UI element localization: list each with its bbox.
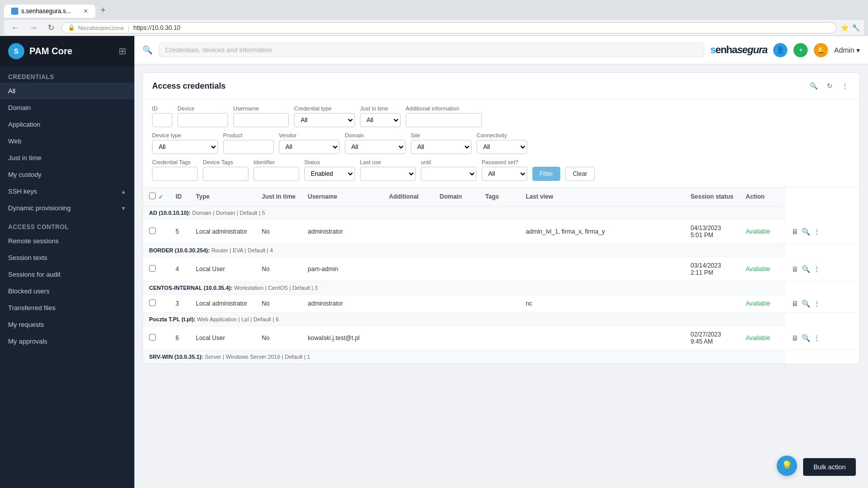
username-input[interactable]	[233, 113, 289, 127]
devtype-select[interactable]: All	[152, 140, 218, 154]
pwdset-select[interactable]: All	[482, 167, 527, 181]
devtags-input[interactable]	[203, 167, 248, 181]
th-username: Username	[302, 187, 383, 206]
sidebar-item-remote-sessions[interactable]: Remote sessions	[0, 233, 134, 249]
row-domain	[433, 257, 479, 281]
key-icon[interactable]: 🔍	[802, 299, 810, 308]
more-row-icon[interactable]: ⋮	[813, 334, 820, 342]
row-checkbox[interactable]	[149, 334, 156, 341]
browser-ext-2[interactable]: 🔧	[852, 24, 860, 31]
group-header-row: SRV-WIN (10.0.35.1): Server | Windows Se…	[143, 350, 859, 364]
more-row-icon[interactable]: ⋮	[813, 265, 820, 273]
site-select[interactable]: All	[411, 140, 472, 154]
key-icon[interactable]: 🔍	[802, 265, 810, 273]
sidebar-item-transferred-files[interactable]: Transferred files	[0, 299, 134, 316]
domain-filter-select[interactable]: All	[345, 140, 406, 154]
browser-ext-1[interactable]: ⭐	[841, 24, 849, 31]
sidebar-item-ssh-keys[interactable]: SSH keys ▲	[0, 183, 134, 200]
topbar: 🔍 Credentials, devices and information s…	[134, 36, 868, 64]
select-all-checkbox[interactable]	[149, 193, 156, 199]
row-checkbox[interactable]	[149, 265, 156, 272]
more-action-icon[interactable]: ⋮	[840, 80, 850, 92]
product-input[interactable]	[223, 140, 274, 154]
admin-menu[interactable]: Admin ▾	[834, 46, 860, 54]
new-tab-button[interactable]: +	[96, 3, 110, 18]
more-row-icon[interactable]: ⋮	[813, 299, 820, 308]
tab-close-button[interactable]: ✕	[83, 8, 88, 15]
row-jit: No	[256, 326, 302, 350]
row-username: administrator	[302, 295, 383, 313]
credtags-label: Credential Tags	[152, 159, 198, 165]
addinfo-input[interactable]	[406, 113, 482, 127]
until-select[interactable]	[421, 167, 477, 181]
forward-button[interactable]: →	[26, 22, 41, 33]
th-domain: Domain	[433, 187, 479, 206]
search-placeholder: Credentials, devices and information	[165, 46, 272, 54]
lastuse-select[interactable]	[360, 167, 416, 181]
identifier-input[interactable]	[254, 167, 299, 181]
search-box[interactable]: Credentials, devices and information	[159, 43, 704, 57]
session-icon[interactable]: 🖥	[791, 228, 799, 236]
sidebar-item-web[interactable]: Web	[0, 133, 134, 149]
search-action-icon[interactable]: 🔍	[808, 80, 820, 92]
user-portal-icon[interactable]: 👤	[773, 43, 787, 57]
brand-logo-area: senhasegura	[710, 44, 767, 56]
app-container: S PAM Core ⊞ Credentials All Domain Appl…	[0, 36, 868, 488]
sidebar-item-web-label: Web	[8, 137, 22, 145]
devtags-label: Device Tags	[203, 159, 248, 165]
th-additional: Additional	[383, 187, 433, 206]
credtype-select[interactable]: All	[294, 113, 355, 127]
help-icon: 💡	[781, 460, 792, 471]
sidebar-item-application[interactable]: Application	[0, 116, 134, 133]
back-button[interactable]: ←	[8, 22, 22, 33]
row-checkbox[interactable]	[149, 228, 156, 234]
sidebar-item-dynamic-provisioning[interactable]: Dynamic provisioning ▼	[0, 200, 134, 216]
sidebar-item-sessions-for-audit[interactable]: Sessions for audit	[0, 266, 134, 283]
key-icon[interactable]: 🔍	[802, 228, 810, 236]
help-button[interactable]: 💡	[777, 456, 797, 476]
ssh-keys-arrow: ▲	[121, 189, 126, 195]
address-bar[interactable]: 🔒 Niezabezpieczona | https://10.0.30.10	[61, 22, 837, 33]
status-label: Status	[304, 159, 355, 165]
add-icon[interactable]: +	[793, 43, 808, 57]
sidebar-item-my-custody[interactable]: My custody	[0, 166, 134, 183]
sidebar-item-my-requests[interactable]: My requests	[0, 316, 134, 333]
session-icon[interactable]: 🖥	[791, 265, 799, 273]
until-label: until	[421, 159, 477, 165]
sidebar-item-jit-label: Just in time	[8, 154, 42, 162]
jit-select[interactable]: All	[360, 113, 401, 127]
row-session-status: Available	[740, 295, 785, 313]
connectivity-select[interactable]: All	[477, 140, 527, 154]
session-icon[interactable]: 🖥	[791, 299, 799, 308]
sidebar-item-just-in-time[interactable]: Just in time	[0, 149, 134, 166]
filter-pwdset-group: Password set? All	[482, 159, 527, 181]
table-body: AD (10.0.10.10): Domain | Domain | Defau…	[143, 206, 859, 364]
key-icon[interactable]: 🔍	[802, 334, 810, 342]
group-header-row: AD (10.0.10.10): Domain | Domain | Defau…	[143, 206, 859, 220]
status-select[interactable]: Enabled	[304, 167, 355, 181]
device-input[interactable]	[177, 113, 228, 127]
security-label: Niezabezpieczona	[78, 25, 124, 31]
row-tags	[479, 326, 520, 350]
sidebar-item-my-approvals[interactable]: My approvals	[0, 333, 134, 350]
reload-button[interactable]: ↻	[45, 22, 57, 33]
my-requests-label: My requests	[8, 321, 44, 328]
sidebar-item-session-texts[interactable]: Session texts	[0, 249, 134, 266]
vendor-select[interactable]: All	[279, 140, 340, 154]
sidebar-item-all[interactable]: All	[0, 83, 134, 99]
device-label: Device	[177, 105, 228, 111]
bulk-action-button[interactable]: Bulk action	[803, 458, 856, 476]
more-row-icon[interactable]: ⋮	[813, 228, 820, 236]
filter-button[interactable]: Filter	[532, 167, 560, 181]
browser-tab-active[interactable]: s.senhasegura.s... ✕	[4, 5, 95, 18]
credtags-input[interactable]	[152, 167, 198, 181]
sidebar-item-blocked-users[interactable]: Blocked users	[0, 283, 134, 299]
sidebar-item-domain[interactable]: Domain	[0, 99, 134, 116]
session-icon[interactable]: 🖥	[791, 334, 799, 342]
row-checkbox[interactable]	[149, 299, 156, 306]
grid-icon[interactable]: ⊞	[119, 46, 126, 57]
alert-icon[interactable]: 🔔	[814, 43, 828, 57]
clear-button[interactable]: Clear	[565, 167, 595, 181]
id-input[interactable]	[152, 113, 172, 127]
refresh-action-icon[interactable]: ↻	[825, 80, 835, 92]
